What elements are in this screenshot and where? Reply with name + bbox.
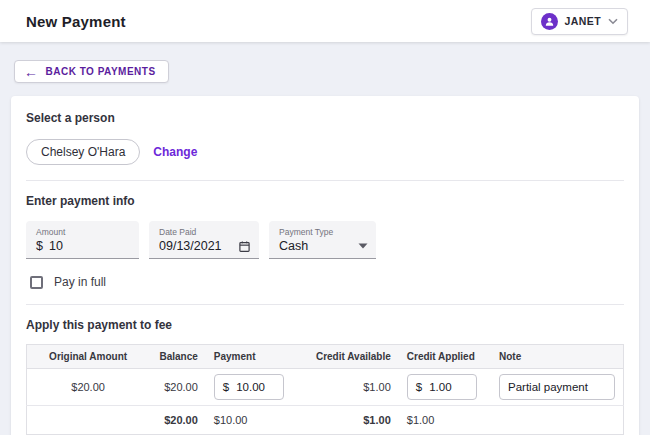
- chevron-down-icon: [608, 18, 618, 25]
- totals-note-spacer: [491, 406, 624, 435]
- col-credit-available: Credit Available: [308, 345, 399, 369]
- note-input-wrap: [499, 374, 615, 400]
- app-header: New Payment JANET: [0, 0, 650, 42]
- credit-applied-input-wrap: $: [407, 374, 477, 400]
- credit-applied-input[interactable]: [429, 381, 468, 393]
- col-balance: Balance: [149, 345, 206, 369]
- credit-available-value: $1.00: [308, 369, 399, 406]
- user-name-label: JANET: [565, 15, 601, 27]
- totals-spacer: [27, 406, 150, 435]
- back-to-payments-button[interactable]: ← BACK TO PAYMENTS: [14, 60, 169, 83]
- amount-label: Amount: [36, 227, 131, 237]
- credit-applied-currency-prefix: $: [416, 381, 422, 393]
- balance-value: $20.00: [149, 369, 206, 406]
- selected-person-chip[interactable]: Chelsey O'Hara: [26, 139, 140, 165]
- payment-input-wrap: $: [214, 374, 284, 400]
- payment-type-select[interactable]: Payment Type Cash: [269, 221, 376, 259]
- dropdown-caret-icon: [358, 243, 368, 249]
- select-person-title: Select a person: [26, 111, 624, 125]
- amount-currency-prefix: $: [36, 239, 43, 253]
- amount-field[interactable]: Amount $: [26, 221, 139, 259]
- payment-info-section: Enter payment info Amount $ Date Paid: [26, 194, 624, 289]
- change-person-link[interactable]: Change: [153, 145, 197, 159]
- col-credit-applied: Credit Applied: [399, 345, 491, 369]
- fee-row: $20.00 $20.00 $ $1.00 $: [27, 369, 624, 406]
- date-paid-label: Date Paid: [159, 227, 251, 237]
- total-credit-available: $1.00: [308, 406, 399, 435]
- pay-in-full-row[interactable]: Pay in full: [30, 275, 624, 289]
- total-credit-applied: $1.00: [399, 406, 491, 435]
- arrow-left-icon: ←: [24, 67, 39, 77]
- date-paid-input[interactable]: [159, 239, 238, 253]
- amount-input[interactable]: [49, 239, 131, 253]
- total-balance: $20.00: [149, 406, 206, 435]
- apply-fee-title: Apply this payment to fee: [26, 318, 624, 332]
- page-title: New Payment: [26, 13, 126, 30]
- apply-fee-section: Apply this payment to fee Original Amoun…: [26, 318, 624, 435]
- calendar-icon[interactable]: [238, 240, 251, 253]
- payment-info-title: Enter payment info: [26, 194, 624, 208]
- user-menu-button[interactable]: JANET: [531, 8, 628, 35]
- original-amount-value: $20.00: [27, 369, 150, 406]
- section-divider: [26, 304, 624, 305]
- total-payment: $10.00: [206, 406, 308, 435]
- col-payment: Payment: [206, 345, 308, 369]
- back-button-label: BACK TO PAYMENTS: [46, 66, 156, 77]
- col-original-amount: Original Amount: [27, 345, 150, 369]
- pay-in-full-checkbox[interactable]: [30, 276, 43, 289]
- section-divider: [26, 180, 624, 181]
- select-person-section: Select a person Chelsey O'Hara Change: [26, 111, 624, 165]
- fee-totals-row: $20.00 $10.00 $1.00 $1.00: [27, 406, 624, 435]
- col-note: Note: [491, 345, 624, 369]
- fee-table-header-row: Original Amount Balance Payment Credit A…: [27, 345, 624, 369]
- new-payment-card: Select a person Chelsey O'Hara Change En…: [11, 96, 639, 435]
- date-paid-field[interactable]: Date Paid: [149, 221, 259, 259]
- payment-currency-prefix: $: [223, 381, 229, 393]
- pay-in-full-label: Pay in full: [54, 275, 106, 289]
- payment-type-label: Payment Type: [279, 227, 368, 237]
- user-avatar-icon: [541, 13, 558, 30]
- payment-type-value: Cash: [279, 239, 308, 253]
- fee-table: Original Amount Balance Payment Credit A…: [26, 344, 624, 435]
- back-row: ← BACK TO PAYMENTS: [0, 42, 650, 83]
- payment-input[interactable]: [236, 381, 275, 393]
- note-input[interactable]: [508, 381, 606, 393]
